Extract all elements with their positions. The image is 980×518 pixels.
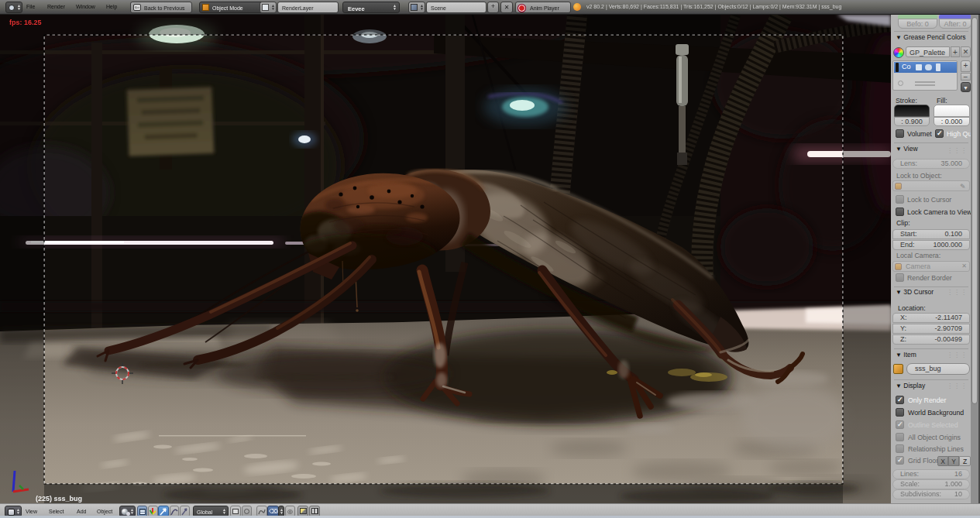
svg-text:(225) sss_bug: (225) sss_bug [36,495,82,503]
svg-text:fps: 16.25: fps: 16.25 [9,19,42,26]
